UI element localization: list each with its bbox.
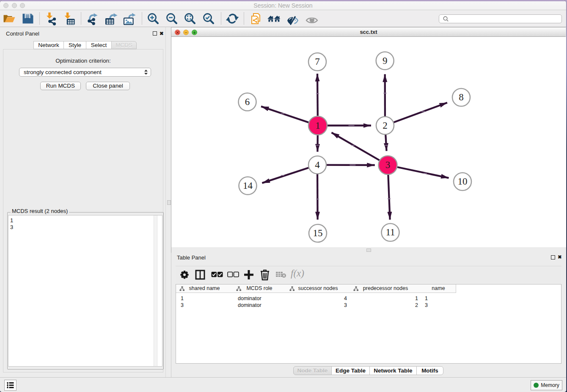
svg-text:7: 7	[315, 56, 320, 67]
svg-text:1: 1	[315, 120, 320, 131]
svg-text:9: 9	[383, 55, 388, 66]
svg-text:15: 15	[313, 228, 323, 238]
svg-text:4: 4	[315, 160, 320, 170]
svg-text:2: 2	[383, 120, 388, 131]
svg-text:11: 11	[385, 227, 395, 237]
svg-text:6: 6	[245, 97, 250, 107]
svg-text:10: 10	[458, 176, 468, 187]
svg-text:14: 14	[243, 180, 253, 191]
svg-text:8: 8	[459, 92, 464, 102]
svg-text:3: 3	[385, 160, 391, 170]
